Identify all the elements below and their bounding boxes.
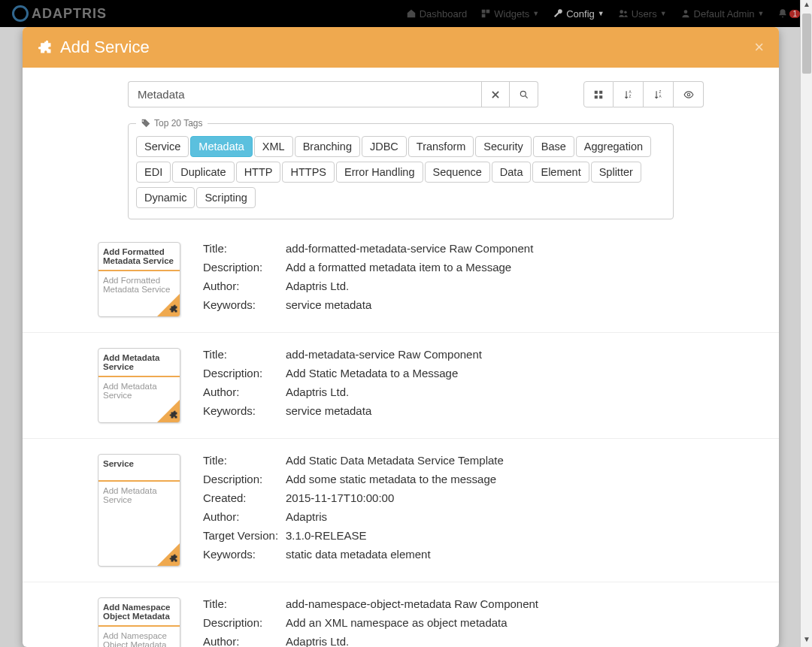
meta-value-author: Adaptris Ltd. [286,385,349,398]
puzzle-icon [38,40,53,55]
meta-value-title: Add Static Data Metadata Service Templat… [286,454,504,467]
tag-sequence[interactable]: Sequence [425,162,490,183]
grid-icon [593,89,604,100]
tag-duplicate[interactable]: Duplicate [172,162,234,183]
tag-http[interactable]: HTTP [236,162,281,183]
tag-transform[interactable]: Transform [408,136,474,157]
tag-dynamic[interactable]: Dynamic [136,187,195,208]
meta-row: Target Version:3.1.0-RELEASE [203,529,734,542]
card-subtitle: Add Namespace Object Metadata [98,627,180,647]
search-button[interactable] [510,81,538,107]
tag-edi[interactable]: EDI [136,162,171,183]
svg-text:A: A [629,90,632,94]
meta-label-keywords: Keywords: [203,404,286,417]
eye-icon [683,89,694,100]
modal-body: AZ ZA Top 20 Tags ServiceMetadataXMLBran… [23,68,779,647]
service-card: ServiceAdd Metadata Service [98,454,180,567]
result-item[interactable]: Add Metadata ServiceAdd Metadata Service… [23,332,779,438]
puzzle-icon [169,554,178,565]
tag-https[interactable]: HTTPS [282,162,335,183]
tag-error-handling[interactable]: Error Handling [336,162,423,183]
tag-scripting[interactable]: Scripting [196,187,255,208]
tag-splitter[interactable]: Splitter [591,162,641,183]
meta-row: Author:Adaptris [203,510,734,523]
tag-container: ServiceMetadataXMLBranchingJDBCTransform… [136,136,665,213]
meta-label-author: Author: [203,280,286,292]
result-item[interactable]: ServiceAdd Metadata ServiceTitle:Add Sta… [23,438,779,582]
meta-value-title: add-metadata-service Raw Component [286,348,482,361]
meta-row: Description:Add an XML namespace as obje… [203,616,734,629]
page-scrollbar[interactable]: ▲ ▼ [800,0,812,647]
meta-table: Title:add-formatted-metadata-service Raw… [203,242,734,317]
service-card: Add Metadata ServiceAdd Metadata Service [98,348,180,423]
scroll-down-button[interactable]: ▼ [801,635,812,647]
tag-data[interactable]: Data [492,162,532,183]
tags-legend: Top 20 Tags [136,118,208,128]
tag-jdbc[interactable]: JDBC [362,136,407,157]
service-card: Add Namespace Object MetadataAdd Namespa… [98,597,180,647]
tag-aggregation[interactable]: Aggregation [576,136,651,157]
result-item[interactable]: Add Namespace Object MetadataAdd Namespa… [23,582,779,647]
add-service-modal: Add Service × AZ ZA [23,27,779,647]
tag-element[interactable]: Element [532,162,589,183]
meta-value-author: Adaptris Ltd. [286,280,349,292]
meta-label-description: Description: [203,473,286,485]
meta-row: Title:add-metadata-service Raw Component [203,348,734,361]
view-grid-button[interactable] [583,81,614,107]
tags-fieldset: Top 20 Tags ServiceMetadataXMLBranchingJ… [128,118,674,219]
sort-asc-icon: AZ [623,89,634,100]
sort-desc-icon: ZA [653,89,664,100]
tag-service[interactable]: Service [136,136,189,157]
meta-value-description: Add some static metadata to the message [286,473,496,485]
clear-search-button[interactable] [481,81,510,107]
meta-value-keywords: service metadata [286,298,371,311]
svg-text:Z: Z [629,95,631,98]
close-icon [490,89,501,100]
meta-value-author: Adaptris Ltd. [286,635,349,647]
meta-value-title: add-formatted-metadata-service Raw Compo… [286,242,533,255]
toggle-visibility-button[interactable] [674,81,704,107]
meta-value-created: 2015-11-17T10:00:00 [286,491,394,504]
meta-value-keywords: static data metadata element [286,548,431,561]
meta-row: Keywords:static data metadata element [203,548,734,561]
svg-text:Z: Z [659,90,661,94]
meta-label-author: Author: [203,385,286,398]
svg-text:A: A [659,95,662,98]
tag-metadata[interactable]: Metadata [190,136,252,157]
meta-value-author: Adaptris [286,510,327,523]
meta-label-title: Title: [203,348,286,361]
tags-legend-text: Top 20 Tags [154,118,203,128]
meta-label-author: Author: [203,635,286,647]
meta-label-description: Description: [203,367,286,379]
tag-branching[interactable]: Branching [295,136,360,157]
sort-desc-button[interactable]: ZA [644,81,674,107]
scroll-thumb[interactable] [802,14,811,74]
meta-row: Keywords:service metadata [203,298,734,311]
meta-row: Description:Add some static metadata to … [203,473,734,485]
meta-row: Author:Adaptris Ltd. [203,280,734,292]
result-item[interactable]: Add Formatted Metadata ServiceAdd Format… [23,227,779,332]
sort-asc-button[interactable]: AZ [614,81,644,107]
meta-row: Description:Add a formatted metadata ite… [203,261,734,274]
modal-close-button[interactable]: × [754,38,764,57]
svg-rect-8 [599,90,602,93]
meta-label-created: Created: [203,491,286,504]
search-input[interactable] [128,81,481,107]
puzzle-icon [169,410,178,422]
tag-xml[interactable]: XML [254,136,293,157]
meta-value-keywords: service metadata [286,404,371,417]
meta-row: Keywords:service metadata [203,404,734,417]
meta-row: Created:2015-11-17T10:00:00 [203,491,734,504]
tag-base[interactable]: Base [533,136,574,157]
svg-rect-7 [595,90,598,93]
meta-label-title: Title: [203,242,286,255]
svg-rect-10 [599,95,602,98]
meta-table: Title:Add Static Data Metadata Service T… [203,454,734,567]
tags-icon [141,118,151,128]
meta-row: Description:Add Static Metadata to a Mes… [203,367,734,379]
tag-security[interactable]: Security [475,136,531,157]
card-title: Add Metadata Service [98,349,180,377]
search-icon [519,89,529,100]
scroll-up-button[interactable]: ▲ [801,0,812,12]
meta-row: Author:Adaptris Ltd. [203,385,734,398]
